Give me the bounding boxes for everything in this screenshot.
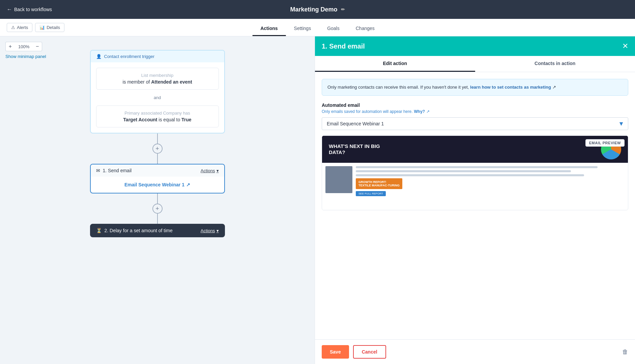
why-link[interactable]: Why? — [414, 109, 425, 114]
delay-icon: ⏳ — [96, 228, 102, 233]
panel-tab-contacts-in-action[interactable]: Contacts in action — [475, 56, 635, 72]
workflow-title: Marketing Demo — [290, 6, 337, 13]
tab-bar-actions: ⚠ Alerts 📊 Details — [7, 23, 64, 32]
connector-1: + — [152, 133, 163, 164]
email-sequence-label: Email Sequence Webinar 1 — [124, 182, 184, 187]
v-line-1 — [157, 133, 158, 144]
action-label: 1. Send email — [103, 168, 132, 173]
zoom-in-button[interactable]: + — [5, 42, 15, 51]
preview-text-line-2 — [356, 170, 571, 172]
enrollment-trigger-node[interactable]: 👤 Contact enrollment trigger List member… — [90, 50, 225, 133]
preview-top-section: WHAT'S NEXT IN BIG DATA? — [322, 136, 628, 163]
zoom-out-button[interactable]: − — [33, 42, 42, 51]
zoom-level-label: 100% — [15, 42, 33, 51]
action-actions-link[interactable]: Actions ▾ — [201, 168, 219, 173]
condition-card-1[interactable]: List membership is member of Attended an… — [96, 68, 219, 90]
tab-actions[interactable]: Actions — [252, 22, 286, 36]
add-step-button-2[interactable]: + — [152, 204, 163, 214]
trigger-label: Contact enrollment trigger — [104, 54, 155, 59]
why-icon: ↗ — [426, 109, 430, 114]
condition-2-bold2: True — [181, 117, 192, 122]
delay-actions-label: Actions — [201, 228, 215, 233]
tab-settings[interactable]: Settings — [286, 22, 319, 36]
details-icon: 📊 — [39, 25, 45, 30]
action-body: Email Sequence Webinar 1 ↗ — [91, 177, 224, 193]
trigger-body: List membership is member of Attended an… — [91, 62, 224, 133]
alerts-button[interactable]: ⚠ Alerts — [7, 23, 32, 32]
condition-1-text: is member of Attended an event — [102, 79, 213, 85]
email-preview-label: EMAIL PREVIEW — [585, 139, 625, 147]
alert-icon: ⚠ — [11, 25, 15, 30]
footer-actions: Save Cancel — [322, 345, 386, 359]
email-select-dropdown[interactable]: Email Sequence Webinar 1 — [322, 117, 628, 130]
panel-title: 1. Send email — [322, 42, 365, 50]
v-line-4 — [157, 214, 158, 224]
back-link-label: Back to workflows — [14, 7, 52, 12]
preview-text-area: GROWTH REPORT: TEXTILE MANUFAC-TURING SE… — [356, 166, 625, 207]
main-tabs: Actions Settings Goals Changes — [252, 22, 383, 36]
panel-close-button[interactable]: ✕ — [622, 42, 628, 51]
panel-footer: Save Cancel 🗑 — [315, 339, 635, 364]
preview-text-line-3 — [356, 174, 584, 176]
preview-middle-section: GROWTH REPORT: TEXTILE MANUFAC-TURING SE… — [322, 163, 628, 210]
show-minimap-link[interactable]: Show minimap panel — [5, 54, 46, 59]
email-select-wrapper[interactable]: Email Sequence Webinar 1 ▼ — [322, 117, 628, 130]
alerts-label: Alerts — [17, 25, 28, 30]
growth-report-subtitle: TEXTILE MANUFAC-TURING — [358, 184, 400, 187]
workflow-title-area: Marketing Demo ✏ — [290, 6, 345, 13]
workflow-area: 👤 Contact enrollment trigger List member… — [0, 36, 315, 364]
condition-2-bold1: Target Account — [123, 117, 157, 122]
condition-card-2[interactable]: Primary associated Company has Target Ac… — [96, 105, 219, 127]
edit-title-icon[interactable]: ✏ — [341, 7, 345, 12]
details-button[interactable]: 📊 Details — [35, 23, 64, 32]
cancel-button[interactable]: Cancel — [353, 345, 386, 359]
action-header-left: ✉ 1. Send email — [96, 168, 132, 173]
connector-2: + — [152, 193, 163, 224]
v-line-3 — [157, 193, 158, 204]
action-header: ✉ 1. Send email Actions ▾ — [91, 164, 224, 177]
preview-headline: WHAT'S NEXT IN BIG DATA? — [329, 143, 383, 155]
external-link-icon: ↗ — [186, 182, 190, 187]
delay-chevron-icon: ▾ — [217, 228, 219, 233]
workflow-canvas: + 100% − Show minimap panel 👤 Contact en… — [0, 36, 315, 364]
delay-node[interactable]: ⏳ 2. Delay for a set amount of time Acti… — [90, 224, 225, 237]
trigger-header: 👤 Contact enrollment trigger — [91, 51, 224, 62]
back-to-workflows-link[interactable]: ← Back to workflows — [7, 6, 52, 12]
send-email-node[interactable]: ✉ 1. Send email Actions ▾ Email Sequence… — [90, 164, 225, 193]
preview-growth-report: GROWTH REPORT: TEXTILE MANUFAC-TURING — [356, 178, 402, 189]
delay-actions-link[interactable]: Actions ▾ — [201, 228, 219, 233]
email-sequence-link[interactable]: Email Sequence Webinar 1 ↗ — [96, 182, 219, 187]
condition-1-prefix: is member of — [122, 79, 151, 85]
condition-1-bold: Attended an event — [151, 79, 192, 85]
details-label: Details — [47, 25, 60, 30]
panel-header: 1. Send email ✕ — [315, 36, 635, 56]
preview-text-line-1 — [356, 166, 598, 168]
delete-button[interactable]: 🗑 — [622, 348, 628, 356]
growth-report-title: GROWTH REPORT: — [358, 180, 400, 184]
and-separator: and — [96, 94, 219, 101]
info-box-text: Only marketing contacts can receive this… — [327, 85, 470, 90]
save-button[interactable]: Save — [322, 345, 349, 359]
right-panel: 1. Send email ✕ Edit action Contacts in … — [315, 36, 635, 364]
condition-2-title: Primary associated Company has — [102, 111, 213, 116]
tab-goals[interactable]: Goals — [319, 22, 348, 36]
tab-bar: ⚠ Alerts 📊 Details Actions Settings Goal… — [0, 19, 635, 36]
delay-header-left: ⏳ 2. Delay for a set amount of time — [96, 228, 173, 233]
automated-email-label: Automated email — [322, 102, 628, 108]
info-external-icon: ↗ — [552, 85, 556, 90]
sublabel-text: Only emails saved for automation will ap… — [322, 109, 412, 114]
condition-2-text: Target Account is equal to True — [102, 117, 213, 122]
v-line-2 — [157, 154, 158, 164]
learn-how-link[interactable]: learn how to set contacts as marketing — [470, 85, 551, 90]
add-step-button-1[interactable]: + — [152, 144, 163, 154]
tab-changes[interactable]: Changes — [348, 22, 383, 36]
actions-chevron-icon: ▾ — [217, 168, 219, 173]
email-preview-container: EMAIL PREVIEW WHAT'S NEXT IN BIG DATA? — [322, 135, 628, 210]
email-icon: ✉ — [96, 168, 100, 173]
delay-label: 2. Delay for a set amount of time — [105, 228, 173, 233]
actions-link-label: Actions — [201, 168, 215, 173]
preview-see-full-report: SEE FULL REPORT — [356, 191, 386, 196]
panel-tabs: Edit action Contacts in action — [315, 56, 635, 72]
panel-tab-edit-action[interactable]: Edit action — [315, 56, 475, 72]
info-box: Only marketing contacts can receive this… — [322, 79, 628, 96]
